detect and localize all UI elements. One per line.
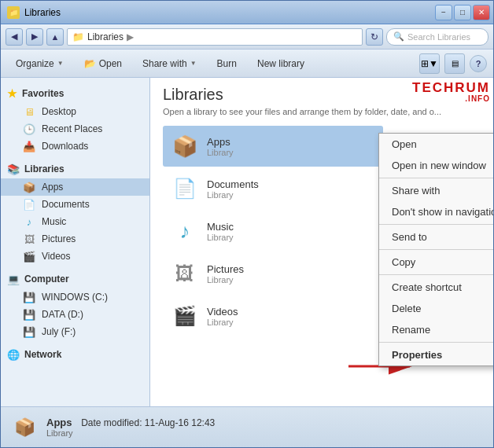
ctx-dont-show[interactable]: Don't show in navigation pane: [379, 201, 493, 222]
sidebar-section-favorites: ★ Favorites 🖥 Desktop 🕒 Recent Places 📥 …: [1, 84, 149, 155]
new-library-button[interactable]: New library: [249, 53, 313, 74]
network-label: Network: [24, 349, 61, 360]
library-item-apps[interactable]: 📦 Apps Library: [163, 126, 383, 167]
burn-label: Burn: [217, 58, 237, 69]
sidebar-windows-c-label: WINDOWS (C:): [42, 292, 108, 303]
ctx-rename-label: Rename: [392, 324, 430, 336]
maximize-button[interactable]: □: [454, 5, 471, 20]
titlebar-controls: − □ ✕: [435, 5, 490, 20]
sidebar-item-recent-places[interactable]: 🕒 Recent Places: [1, 120, 149, 138]
toolbar: Organize ▼ 📂 Open Share with ▼ Burn New …: [1, 50, 493, 78]
music-icon: ♪: [23, 215, 35, 228]
close-button[interactable]: ✕: [473, 5, 490, 20]
sidebar-item-pictures[interactable]: 🖼 Pictures: [1, 230, 149, 248]
ctx-send-to[interactable]: Send to: [379, 226, 493, 248]
watermark-line2: .INFO: [412, 94, 490, 104]
library-item-music[interactable]: ♪ Music Library: [163, 211, 383, 252]
address-icon: 📁: [72, 31, 84, 42]
ctx-delete[interactable]: Delete: [379, 298, 493, 319]
lib-pics-name: Pictures: [207, 263, 244, 275]
view-options-button[interactable]: ⊞▼: [419, 53, 440, 74]
ctx-copy-label: Copy: [392, 256, 415, 268]
desktop-icon: 🖥: [23, 105, 35, 118]
forward-button[interactable]: ▶: [26, 28, 43, 46]
downloads-icon: 📥: [23, 140, 35, 152]
sidebar-item-july-f[interactable]: 💾 July (F:): [1, 323, 149, 340]
search-box[interactable]: 🔍 Search Libraries: [386, 28, 488, 46]
ctx-share-with[interactable]: Share with: [379, 180, 493, 201]
ctx-create-shortcut[interactable]: Create shortcut: [379, 277, 493, 298]
sidebar-section-computer: 💻 Computer 💾 WINDOWS (C:) 💾 DATA (D:) 💾 …: [1, 270, 149, 340]
organize-button[interactable]: Organize ▼: [7, 53, 72, 74]
libraries-folder-icon: 📚: [7, 163, 20, 175]
windows-c-icon: 💾: [23, 291, 35, 303]
ctx-delete-label: Delete: [392, 303, 422, 314]
lib-docs-icon: 📄: [169, 173, 201, 204]
data-d-icon: 💾: [23, 308, 35, 321]
ctx-open-new[interactable]: Open in new window: [379, 155, 493, 176]
ctx-rename[interactable]: Rename: [379, 319, 493, 340]
content-area: Libraries Open a library to see your fil…: [150, 78, 493, 406]
sidebar-favorites-header[interactable]: ★ Favorites: [1, 84, 149, 103]
ctx-sep-5: [379, 342, 493, 343]
sidebar-network-header[interactable]: 🌐 Network: [1, 345, 149, 364]
computer-icon: 💻: [7, 273, 20, 285]
back-button[interactable]: ◀: [6, 28, 23, 46]
ctx-copy[interactable]: Copy: [379, 252, 493, 273]
pictures-icon: 🖼: [23, 233, 35, 245]
library-item-videos[interactable]: 🎬 Videos Library: [163, 296, 383, 336]
ctx-open[interactable]: Open: [379, 134, 493, 155]
sidebar-item-music[interactable]: ♪ Music: [1, 213, 149, 230]
favorites-label: Favorites: [22, 88, 64, 99]
status-info: Apps Date modified: 11-Aug-16 12:43 Libr…: [46, 417, 215, 438]
burn-button[interactable]: Burn: [208, 53, 245, 74]
lib-docs-info: Documents Library: [207, 178, 259, 200]
search-placeholder: Search Libraries: [407, 32, 470, 42]
up-button[interactable]: ▲: [46, 28, 64, 46]
address-bar-input[interactable]: 📁 Libraries ▶: [67, 28, 363, 46]
sidebar-documents-label: Documents: [42, 199, 90, 210]
libraries-label: Libraries: [24, 163, 65, 174]
help-button[interactable]: ?: [470, 55, 487, 72]
sidebar-item-apps[interactable]: 📦 Apps: [1, 178, 149, 196]
refresh-button[interactable]: ↻: [366, 28, 383, 46]
sidebar-computer-header[interactable]: 💻 Computer: [1, 270, 149, 288]
titlebar-left: 📁 Libraries: [7, 6, 61, 19]
lib-docs-type: Library: [207, 190, 259, 200]
open-button[interactable]: 📂 Open: [76, 53, 131, 74]
search-icon: 🔍: [393, 31, 404, 42]
minimize-button[interactable]: −: [435, 5, 452, 20]
ctx-share-label: Share with: [392, 185, 440, 196]
address-arrow: ▶: [127, 31, 134, 42]
sidebar-item-downloads[interactable]: 📥 Downloads: [1, 138, 149, 155]
library-item-pictures[interactable]: 🖼 Pictures Library: [163, 253, 383, 294]
ctx-properties[interactable]: Properties: [379, 344, 493, 365]
lib-videos-type: Library: [207, 318, 238, 327]
lib-pics-type: Library: [207, 275, 244, 285]
ctx-sep-3: [379, 249, 493, 250]
network-icon: 🌐: [7, 348, 20, 361]
sidebar-data-d-label: DATA (D:): [42, 309, 83, 320]
sidebar-item-documents[interactable]: 📄 Documents: [1, 196, 149, 213]
sidebar-item-data-d[interactable]: 💾 DATA (D:): [1, 306, 149, 323]
lib-docs-name: Documents: [207, 178, 259, 190]
status-date-value: 11-Aug-16 12:43: [145, 417, 215, 428]
sidebar-item-videos[interactable]: 🎬 Videos: [1, 248, 149, 265]
details-pane-button[interactable]: ▤: [444, 53, 465, 74]
main-window: 📁 Libraries − □ ✕ ◀ ▶ ▲ 📁 Libraries ▶ ↻ …: [0, 0, 494, 448]
share-with-button[interactable]: Share with ▼: [134, 53, 205, 74]
lib-music-info: Music Library: [207, 221, 234, 242]
lib-apps-info: Apps Library: [207, 136, 234, 157]
lib-videos-name: Videos: [207, 306, 238, 318]
sidebar-libraries-header[interactable]: 📚 Libraries: [1, 160, 149, 178]
lib-apps-name: Apps: [207, 136, 234, 148]
library-item-documents[interactable]: 📄 Documents Library: [163, 168, 383, 209]
lib-pics-info: Pictures Library: [207, 263, 244, 285]
sidebar-item-windows-c[interactable]: 💾 WINDOWS (C:): [1, 288, 149, 306]
sidebar-item-desktop[interactable]: 🖥 Desktop: [1, 103, 149, 120]
ctx-dont-show-label: Don't show in navigation pane: [392, 206, 493, 218]
computer-label: Computer: [24, 274, 69, 285]
lib-music-icon: ♪: [169, 215, 201, 247]
sidebar-videos-label: Videos: [42, 251, 70, 262]
new-library-label: New library: [257, 58, 304, 69]
